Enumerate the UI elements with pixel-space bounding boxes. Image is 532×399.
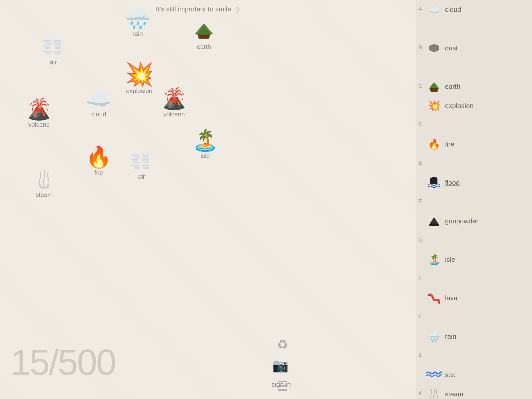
element-label-fire-1: fire [94,169,103,176]
sidebar-label-sea: sea [445,371,456,379]
air-icon-2 [130,153,153,171]
svg-rect-6 [54,45,61,46]
sidebar-label-flood: flood [445,179,460,187]
element-label-air-1: air [50,59,57,66]
svg-point-36 [429,224,439,226]
isle-emoji-1: 🏝️ [192,130,218,151]
element-label-volcano-2: volcano [163,111,185,118]
sidebar-label-dust: dust [445,44,458,52]
sidebar-label-steam: steam [445,390,463,398]
svg-rect-18 [131,159,138,161]
sidebar-item-q: Q [416,308,532,327]
element-volcano-1[interactable]: 🌋 volcano [26,99,52,128]
sidebar-letter-a: A [418,6,422,12]
element-label-cloud-1: cloud [91,111,106,118]
sidebar-gunpowder-icon [426,213,442,229]
svg-rect-19 [133,162,139,163]
element-air-1[interactable]: air [42,39,65,66]
sidebar-steam-icon [426,386,442,399]
volcano-emoji-2: 🌋 [161,88,187,109]
element-steam-1[interactable]: steam [34,166,55,198]
sidebar-item-steam[interactable]: U steam [416,384,532,399]
element-cloud-1[interactable]: ☁️ cloud [86,88,112,118]
svg-marker-15 [199,35,209,38]
sidebar-dust-icon [426,40,442,56]
sidebar-item-lava[interactable]: P lava [416,288,532,308]
element-isle-1[interactable]: 🏝️ isle [192,130,218,159]
svg-point-28 [39,186,49,189]
message-text: It's still important to smile. :) [156,5,239,13]
air-icon [42,39,65,57]
svg-rect-9 [45,53,52,54]
sidebar-item-sea[interactable]: T sea [416,365,532,384]
element-air-2[interactable]: air [130,153,153,180]
svg-rect-0 [43,40,51,42]
sidebar-item-flood[interactable]: J flood [416,173,532,192]
sidebar-label-gunpowder: gunpowder [445,217,478,225]
element-label-volcano-1: volcano [28,121,50,128]
sidebar-item-isle[interactable]: N 🏝️ isle [416,250,532,269]
main-canvas: It's still important to smile. :) air � [0,0,416,399]
sidebar-item-earth[interactable]: E earth [416,77,532,96]
earth-svg-1 [192,21,216,42]
sidebar-item-cloud[interactable]: A ☁️ cloud [416,0,532,19]
sidebar-label-isle: isle [445,256,455,264]
camera-button[interactable]: 📷 [272,358,288,373]
sidebar-item-gunpowder[interactable]: L gunpowder [416,211,532,231]
svg-marker-31 [429,82,439,89]
sidebar-item-m: M [416,231,532,250]
sidebar-flood-icon [426,175,442,190]
sidebar-item-rain[interactable]: R 🌧️ rain [416,327,532,346]
svg-rect-11 [55,53,61,54]
element-rain-1[interactable]: 🌧️ rain [125,8,151,37]
sidebar-label-earth: earth [445,83,460,91]
element-explosion-1[interactable]: 💥 explosion [125,62,154,95]
element-label-steam-1: steam [36,191,52,198]
svg-rect-27 [143,167,149,169]
steam-svg-1 [34,166,55,190]
sidebar-item-g: G [416,115,532,135]
sidebar-explosion-icon: 💥 [426,98,442,114]
element-earth-1[interactable]: earth [192,21,216,50]
svg-rect-8 [43,51,51,52]
svg-marker-32 [430,88,438,92]
svg-point-30 [429,45,439,52]
svg-rect-23 [143,162,149,163]
score-counter: 15/500 [10,341,115,383]
sidebar-cloud-icon: ☁️ [426,2,442,17]
svg-rect-17 [134,157,140,158]
recycle-button[interactable]: ♻ [277,337,288,352]
svg-rect-25 [134,167,140,169]
sidebar-item-o: O [416,269,532,288]
sidebar-item-s: S [416,346,532,365]
svg-rect-1 [45,43,52,44]
svg-rect-26 [142,165,149,166]
sign-in-button[interactable]: sign in [271,381,291,389]
svg-rect-33 [430,178,437,184]
rain-emoji-1: 🌧️ [125,8,151,29]
volcano-emoji-1: 🌋 [26,99,52,119]
sidebar-item-d: D [416,58,532,77]
svg-rect-22 [142,159,149,161]
sidebar-earth-icon [426,79,442,94]
sidebar-sea-icon [426,367,442,383]
sidebar-label-cloud: cloud [445,6,461,14]
svg-rect-4 [53,40,61,42]
element-fire-1[interactable]: 🔥 fire [86,147,112,176]
sidebar-label-lava: lava [445,294,457,302]
sidebar-item-explosion[interactable]: F 💥 explosion [416,96,532,115]
element-label-isle-1: isle [201,152,210,159]
sidebar-item-dust[interactable]: C dust [416,38,532,58]
element-label-earth-1: earth [197,43,211,50]
element-label-rain-1: rain [132,30,143,37]
svg-rect-16 [131,155,139,156]
sidebar-label-rain: rain [445,332,456,341]
element-label-explosion-1: explosion [126,87,152,95]
sidebar-item-fire[interactable]: H 🔥 fire [416,135,532,154]
sidebar-item-b: B [416,19,532,38]
element-volcano-2[interactable]: 🌋 volcano [161,88,187,118]
fire-emoji-1: 🔥 [86,147,112,168]
sidebar-rain-icon: 🌧️ [426,329,442,344]
svg-rect-21 [143,157,149,158]
sidebar-label-fire: fire [445,140,454,148]
